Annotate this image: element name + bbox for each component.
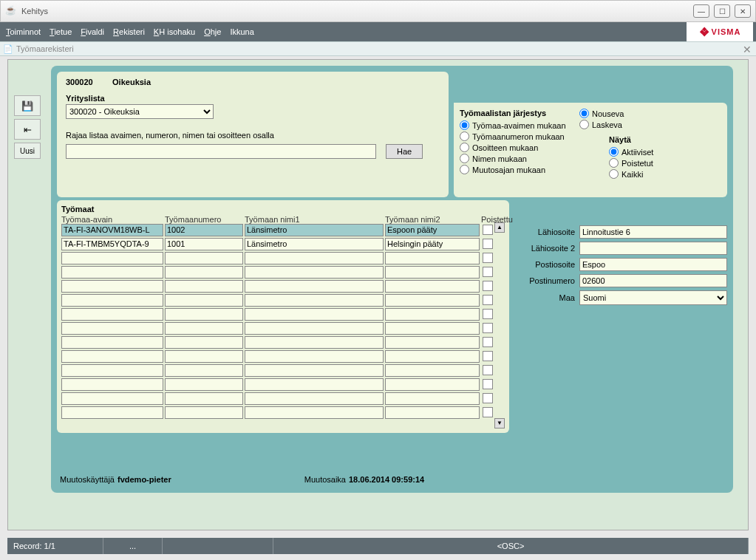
cell-empty[interactable] <box>385 322 480 335</box>
cell-empty[interactable] <box>385 266 480 279</box>
show-kaikki[interactable]: Kaikki <box>609 169 653 179</box>
uusi-button[interactable]: Uusi <box>14 143 41 159</box>
cell-empty[interactable] <box>165 378 243 391</box>
menu-ohje[interactable]: Ohje <box>204 27 221 36</box>
cell-empty[interactable] <box>61 378 163 391</box>
cell-empty[interactable] <box>61 252 163 264</box>
cell-empty[interactable] <box>385 392 480 405</box>
back-button[interactable]: ⇤ <box>14 119 41 140</box>
table-row[interactable] <box>61 308 505 321</box>
cell-empty[interactable] <box>385 350 480 363</box>
cell-nimi2[interactable]: Helsingin pääty <box>385 238 480 250</box>
cell-empty[interactable] <box>61 266 163 279</box>
cell-numero[interactable]: 1001 <box>165 238 243 250</box>
cell-empty[interactable] <box>385 252 480 264</box>
cell-empty[interactable] <box>61 280 163 293</box>
sort-opt-muutos[interactable]: Muutosajan mukaan <box>460 165 585 174</box>
table-row[interactable] <box>61 364 505 378</box>
cell-nimi1[interactable]: Länsimetro <box>245 224 384 236</box>
table-row[interactable] <box>61 350 505 363</box>
cell-empty[interactable] <box>245 378 384 391</box>
show-poistetut[interactable]: Poistetut <box>609 158 653 168</box>
lahiosoite2-input[interactable] <box>579 242 727 255</box>
cell-empty[interactable] <box>245 266 384 279</box>
table-row[interactable] <box>61 406 505 420</box>
mdi-close-button[interactable]: ✕ <box>743 44 752 55</box>
cell-empty[interactable] <box>61 364 163 377</box>
cell-empty[interactable] <box>245 406 384 419</box>
table-row[interactable] <box>61 266 505 279</box>
cell-empty[interactable] <box>165 294 243 307</box>
cell-empty[interactable] <box>385 364 480 377</box>
maximize-button[interactable]: ☐ <box>714 4 730 18</box>
cell-avain[interactable]: TA-FI-TMBM5YQDTA-9 <box>61 238 163 250</box>
cell-empty[interactable] <box>245 364 384 377</box>
poistettu-checkbox[interactable] <box>483 337 493 347</box>
poistettu-checkbox[interactable] <box>483 379 493 389</box>
cell-empty[interactable] <box>245 280 384 293</box>
grid-body[interactable]: TA-FI-3ANOVM18WB-L1002LänsimetroEspoon p… <box>61 224 505 423</box>
cell-avain[interactable]: TA-FI-3ANOVM18WB-L <box>61 224 163 236</box>
cell-empty[interactable] <box>385 336 480 349</box>
menu-kh-isohaku[interactable]: KH isohaku <box>154 27 195 36</box>
table-row[interactable] <box>61 378 505 392</box>
show-aktiiviset[interactable]: Aktiiviset <box>609 147 653 157</box>
poistettu-checkbox[interactable] <box>483 267 493 277</box>
poistettu-checkbox[interactable] <box>483 309 493 319</box>
poistettu-checkbox[interactable] <box>483 295 493 305</box>
sort-opt-numero[interactable]: Työmaanumeron mukaan <box>460 132 585 141</box>
cell-nimi2[interactable]: Espoon pääty <box>385 224 480 236</box>
poistettu-checkbox[interactable] <box>483 365 493 375</box>
dir-desc[interactable]: Laskeva <box>579 120 624 129</box>
scroll-up-icon[interactable]: ▲ <box>494 222 505 233</box>
cell-empty[interactable] <box>165 392 243 405</box>
cell-empty[interactable] <box>61 406 163 419</box>
cell-empty[interactable] <box>245 294 384 307</box>
cell-empty[interactable] <box>165 364 243 377</box>
filter-input[interactable] <box>66 144 376 159</box>
poistettu-checkbox[interactable] <box>483 351 493 361</box>
save-button[interactable]: 💾 <box>14 95 41 116</box>
cell-empty[interactable] <box>245 336 384 349</box>
cell-empty[interactable] <box>245 392 384 405</box>
menu-rekisteri[interactable]: Rekisteri <box>113 27 145 36</box>
cell-empty[interactable] <box>165 266 243 279</box>
cell-empty[interactable] <box>385 280 480 293</box>
cell-empty[interactable] <box>165 280 243 293</box>
sort-opt-nimi[interactable]: Nimen mukaan <box>460 154 585 163</box>
cell-empty[interactable] <box>385 308 480 321</box>
poistettu-checkbox[interactable] <box>483 407 493 417</box>
table-row[interactable]: TA-FI-TMBM5YQDTA-91001LänsimetroHelsingi… <box>61 238 505 251</box>
cell-empty[interactable] <box>165 350 243 363</box>
cell-empty[interactable] <box>165 336 243 349</box>
cell-empty[interactable] <box>61 392 163 405</box>
table-row[interactable] <box>61 322 505 335</box>
cell-empty[interactable] <box>61 350 163 363</box>
cell-empty[interactable] <box>165 406 243 419</box>
table-row[interactable] <box>61 392 505 406</box>
cell-empty[interactable] <box>245 350 384 363</box>
poistettu-checkbox[interactable] <box>483 393 493 403</box>
table-row[interactable] <box>61 252 505 265</box>
cell-empty[interactable] <box>245 322 384 335</box>
table-row[interactable] <box>61 336 505 349</box>
cell-empty[interactable] <box>165 322 243 335</box>
postiosoite-input[interactable] <box>579 258 727 271</box>
menu-tietue[interactable]: Tietue <box>50 27 72 36</box>
hae-button[interactable]: Hae <box>386 144 423 159</box>
poistettu-checkbox[interactable] <box>483 281 493 291</box>
cell-empty[interactable] <box>61 336 163 349</box>
lahiosoite-input[interactable] <box>579 225 727 239</box>
table-row[interactable] <box>61 294 505 307</box>
sort-opt-osoite[interactable]: Osoitteen mukaan <box>460 143 585 152</box>
maa-combo[interactable]: Suomi <box>579 290 727 305</box>
dir-asc[interactable]: Nouseva <box>579 109 624 118</box>
poistettu-checkbox[interactable] <box>483 225 493 235</box>
yrityslista-combo[interactable]: 300020 - Oikeuksia <box>66 104 214 119</box>
cell-nimi1[interactable]: Länsimetro <box>245 238 384 250</box>
sort-opt-avain[interactable]: Työmaa-avaimen mukaan <box>460 120 585 130</box>
close-button[interactable]: ✕ <box>735 4 751 18</box>
cell-empty[interactable] <box>61 322 163 335</box>
cell-empty[interactable] <box>385 294 480 307</box>
cell-empty[interactable] <box>385 378 480 391</box>
